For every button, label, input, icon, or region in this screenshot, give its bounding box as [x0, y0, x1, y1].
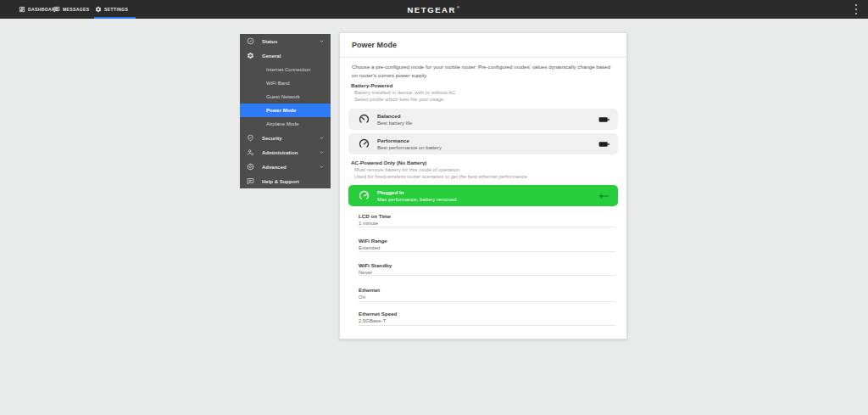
sidebar-item-administration[interactable]: Administration [240, 145, 331, 160]
field-value: 2.5GBase-T [359, 318, 386, 323]
sidebar-item-airplane-mode[interactable]: Airplane Mode [240, 117, 331, 131]
sidebar-item-label: Status [262, 39, 277, 44]
brand-text: NETGEAR [407, 5, 456, 14]
sidebar-item-label: Internet Connection [266, 67, 310, 72]
advanced-settings-icon [247, 163, 254, 171]
sidebar-item-label: General [262, 53, 281, 59]
divider [359, 251, 615, 252]
top-navigation-bar: DASHBOARD MESSAGES SETTINGS NETGEAR® [0, 0, 868, 19]
sidebar-item-advanced[interactable]: Advanced [240, 160, 331, 174]
admin-person-icon [247, 149, 254, 156]
sidebar-item-status[interactable]: Status [240, 34, 331, 48]
field-wifi-range[interactable]: WiFi Range Extended [340, 233, 628, 252]
field-wifi-standby[interactable]: WiFi Standby Never [340, 257, 628, 276]
settings-sidebar: Status General Internet Connection WiFi … [240, 34, 331, 188]
field-lcd-on-time[interactable]: LCD on Time 1 minute [340, 208, 628, 227]
chevron-down-icon [319, 164, 325, 170]
tab-label: SETTINGS [104, 7, 128, 12]
gauge-low-icon [359, 114, 370, 125]
field-value: Extended [359, 245, 380, 250]
power-option-balanced[interactable]: Balanced Best battery life [348, 109, 618, 130]
battery-section-note: Battery installed in device, with or wit… [354, 90, 455, 95]
sidebar-item-label: Advanced [262, 165, 287, 170]
dashboard-icon [19, 6, 25, 13]
active-tab-indicator [94, 17, 136, 19]
option-subtitle: Max performance, battery removed [377, 197, 456, 202]
gauge-max-icon [359, 190, 370, 201]
power-plug-icon [598, 193, 609, 199]
sidebar-item-label: Security [262, 136, 282, 141]
sidebar-item-security[interactable]: Security [240, 131, 331, 145]
sidebar-item-label: Airplane Mode [266, 121, 299, 126]
field-value: On [359, 294, 365, 300]
sidebar-item-guest-network[interactable]: Guest Network [240, 90, 331, 104]
page-description: Choose a pre-configured mode for your mo… [352, 63, 616, 79]
sidebar-item-power-mode[interactable]: Power Mode [240, 104, 331, 117]
sidebar-item-internet-connection[interactable]: Internet Connection [240, 63, 331, 76]
field-label: Ethernet Speed [359, 311, 397, 317]
registered-mark: ® [457, 5, 461, 9]
panel-header: Power Mode [340, 33, 626, 58]
status-check-circle-icon [247, 37, 254, 45]
sidebar-item-wifi-band[interactable]: WiFi Band [240, 76, 331, 90]
power-mode-panel: Power Mode Choose a pre-configured mode … [339, 32, 627, 339]
help-chat-icon [247, 177, 254, 185]
gear-icon [247, 52, 254, 59]
option-subtitle: Best performance on battery [377, 145, 442, 150]
page-title: Power Mode [352, 41, 397, 49]
tab-messages[interactable]: MESSAGES [53, 0, 90, 19]
ac-section-heading: AC-Powered Only (No Battery) [351, 160, 426, 165]
power-option-performance[interactable]: Performance Best performance on battery [348, 133, 618, 154]
battery-section-note: Select profile which best fits your usag… [354, 97, 443, 102]
sidebar-item-label: Guest Network [266, 94, 300, 99]
sidebar-item-general[interactable]: General [240, 48, 331, 63]
gauge-high-icon [359, 138, 370, 149]
field-label: LCD on Time [359, 213, 391, 219]
netgear-logo: NETGEAR® [407, 0, 460, 19]
option-subtitle: Best battery life [377, 121, 412, 126]
sidebar-item-help-support[interactable]: Help & Support [240, 174, 331, 188]
sidebar-item-label: WiFi Band [266, 81, 290, 86]
option-title: Performance [377, 137, 409, 143]
messages-icon [53, 6, 60, 13]
tab-settings[interactable]: SETTINGS [95, 0, 128, 19]
shield-icon [247, 134, 254, 142]
field-label: WiFi Range [359, 238, 387, 244]
field-ethernet-speed[interactable]: Ethernet Speed 2.5GBase-T [340, 306, 628, 326]
power-option-plugged-in[interactable]: Plugged In Max performance, battery remo… [348, 185, 618, 206]
sidebar-item-label: Help & Support [262, 179, 299, 184]
divider [359, 301, 615, 302]
option-title: Plugged In [377, 189, 404, 195]
ac-section-note: Used for fixed-wireless router scenarios… [354, 174, 527, 179]
divider [359, 275, 615, 276]
field-value: 1 minute [359, 221, 378, 226]
field-label: WiFi Standby [359, 262, 392, 268]
option-title: Balanced [377, 113, 401, 119]
sidebar-item-label: Power Mode [266, 108, 296, 113]
ac-section-note: Must remove battery for this mode of ope… [354, 167, 459, 172]
field-ethernet[interactable]: Ethernet On [340, 282, 628, 302]
chevron-down-icon [319, 38, 325, 44]
sidebar-item-label: Administration [262, 150, 298, 155]
battery-section-heading: Battery-Powered [351, 82, 392, 88]
kebab-menu-icon[interactable] [853, 4, 860, 14]
page: DASHBOARD MESSAGES SETTINGS NETGEAR® [0, 0, 868, 415]
divider [359, 227, 615, 227]
tab-label: MESSAGES [63, 7, 90, 12]
divider [359, 325, 615, 326]
chevron-down-icon [319, 149, 325, 155]
chevron-down-icon [319, 135, 325, 141]
battery-icon [598, 116, 609, 123]
gear-icon [95, 6, 102, 13]
battery-icon [598, 141, 609, 148]
field-label: Ethernet [359, 287, 380, 293]
